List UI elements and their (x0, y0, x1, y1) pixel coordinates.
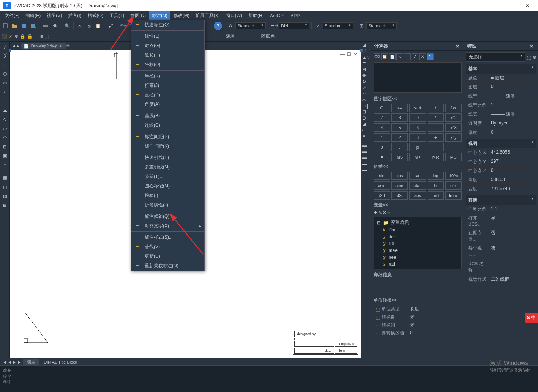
menu-item[interactable]: 帮助(H) (245, 11, 267, 20)
tab-nav-icon[interactable]: ◄► (11, 43, 21, 49)
calc-button[interactable]: <-- (391, 104, 408, 112)
props-section-header[interactable]: 其他 (466, 195, 536, 205)
calc-clear-icon[interactable]: ⌫ (374, 53, 380, 60)
erase-tool-icon[interactable]: ◢ (362, 43, 370, 48)
cut-icon[interactable]: ✂ (76, 22, 84, 30)
quickselect-icon[interactable]: ⬚ (527, 55, 531, 60)
calc-button[interactable]: + (428, 133, 444, 142)
calc-button[interactable]: 6 (409, 123, 426, 132)
break-tool-icon[interactable]: ⊟ (362, 109, 370, 115)
calc-button[interactable]: x^y (445, 133, 462, 142)
viewport-min-icon[interactable]: — (340, 52, 345, 57)
mirror-tool-icon[interactable]: ▲▽ (362, 55, 370, 60)
layer-props-icon[interactable]: ≡ (40, 34, 43, 39)
layer3-icon[interactable]: ▬ (362, 155, 370, 160)
calc-sci-button[interactable]: trunc (445, 191, 462, 200)
props-row[interactable]: 颜色■ 随层 (466, 74, 536, 83)
variable-item[interactable]: kPhi (375, 227, 460, 233)
panel-close-icon[interactable]: ✕ (454, 44, 461, 49)
print-icon[interactable] (41, 22, 50, 30)
save-icon[interactable] (20, 22, 28, 30)
layer-unlock-icon[interactable]: 🔓 (27, 34, 33, 39)
rotate-tool-icon[interactable]: ↻ (362, 79, 370, 84)
new-file-icon[interactable] (2, 22, 10, 30)
menu-item[interactable]: 文件(F) (2, 11, 22, 20)
variable-item[interactable]: χmee (375, 247, 460, 254)
insert-tool-icon[interactable]: ⊞ (1, 143, 9, 151)
circle-tool-icon[interactable]: ○ (1, 97, 9, 105)
layer-freeze-icon[interactable]: ❄ (14, 34, 18, 39)
dropdown-menu-item[interactable]: ⊢重新关联标注(N) (131, 261, 204, 271)
tablestyle-icon[interactable]: ⊞ (357, 22, 366, 30)
dropdown-menu-item[interactable]: ⊢标注间距(P) (131, 132, 204, 142)
dropdown-menu-item[interactable]: ⊢更新(U) (131, 252, 204, 261)
dropdown-menu-item[interactable]: ⊢公差(T)... (131, 172, 204, 181)
undo-icon[interactable]: ↶▾ (119, 22, 127, 30)
calc-button[interactable]: x^2 (445, 113, 462, 122)
dimstyle-icon[interactable]: ⊢⊣ (270, 22, 278, 30)
calc-button[interactable]: = (374, 153, 390, 161)
var-edit-icon[interactable]: ✎ (378, 210, 382, 215)
plotcolor-combo[interactable]: 随颜色 (261, 33, 284, 39)
dropdown-menu-item[interactable]: ⊢快速标注(Q) (131, 20, 204, 30)
calc-sci-button[interactable]: r2d (374, 191, 390, 200)
lineweight-combo[interactable]: 随层 (226, 33, 260, 39)
ellipse-tool-icon[interactable]: ⬭ (1, 124, 9, 133)
variable-tree[interactable]: ⊟📁变量样例 kPhiχdeeχilleχmeeχneeχrad (374, 217, 462, 269)
dropdown-menu-item[interactable]: ⊢多重引线(M) (131, 162, 204, 172)
props-row[interactable]: 每个视口...否 (466, 244, 536, 260)
menu-item[interactable]: 扩展工具(X) (192, 11, 223, 20)
saveas-icon[interactable] (29, 22, 37, 30)
dropdown-menu-item[interactable]: ⊢圆心标记(M) (131, 181, 204, 191)
calc-sci-button[interactable]: atan (409, 181, 426, 190)
xline-tool-icon[interactable]: ╳ (1, 52, 9, 60)
find-icon[interactable]: 🔍 (63, 22, 71, 30)
calc-sci-button[interactable]: d2r (391, 191, 408, 200)
calc-sci-button[interactable]: abs (409, 191, 426, 200)
dropdown-menu-item[interactable]: ⊢角度(A) (131, 100, 204, 109)
dropdown-menu-item[interactable]: ⊢折弯线性(J) (131, 200, 204, 210)
calc-getdist-icon[interactable]: ↔ (404, 53, 411, 60)
layer-states-icon[interactable]: ⬚ (44, 34, 49, 39)
calc-sci-button[interactable]: sin (374, 172, 390, 180)
dropdown-menu-item[interactable]: ⊢坐标(O) (131, 60, 204, 69)
tab-add-icon[interactable]: ✚ (66, 43, 70, 49)
dropdown-menu-item[interactable]: ⊢对齐(G) (131, 41, 204, 50)
ellipsearc-tool-icon[interactable]: ◠ (1, 134, 9, 142)
dropdown-menu-item[interactable]: ⊢半径(R) (131, 71, 204, 81)
offset-tool-icon[interactable]: ⊏ (362, 61, 370, 66)
textstyle-icon[interactable]: A (226, 22, 235, 30)
tab-close-icon[interactable]: ✕ (60, 44, 63, 49)
hatch-tool-icon[interactable]: ▦ (1, 174, 9, 182)
polyline-tool-icon[interactable]: ⌐ (1, 61, 9, 69)
unit-row[interactable]: ⬚转换自米 (374, 313, 462, 321)
dropdown-menu-item[interactable]: ⊢直径(D) (131, 90, 204, 100)
props-row[interactable]: 视觉样式二维线框 (466, 275, 536, 284)
detail-header[interactable]: 详细信息 (374, 272, 462, 278)
calc-display[interactable] (374, 62, 462, 93)
calc-sci-button[interactable]: asin (374, 181, 390, 190)
layer5-icon[interactable]: ▬ (362, 167, 370, 172)
menu-item[interactable]: 标注(N) (149, 11, 170, 20)
props-row[interactable]: 厚度0 (466, 128, 536, 137)
calc-intersect-icon[interactable]: ✕ (419, 53, 426, 60)
var-delete-icon[interactable]: ✕ (383, 210, 387, 215)
calc-button[interactable]: MS (391, 153, 408, 161)
tab-nav-last-icon[interactable]: ►| (17, 360, 23, 364)
calc-sci-button[interactable]: cos (391, 172, 408, 180)
calc-getangle-icon[interactable]: ∠ (412, 53, 418, 60)
menu-item[interactable]: 窗口(W) (223, 11, 245, 20)
calc-sci-button[interactable]: rnd (428, 191, 444, 200)
props-row[interactable]: 图层0 (466, 83, 536, 92)
menu-item[interactable]: 插入(I) (65, 11, 84, 20)
tab-nav-first-icon[interactable]: |◄ (2, 360, 7, 364)
panel-close-icon[interactable]: ✕ (528, 44, 535, 49)
sci-header[interactable]: 科学<< (374, 164, 462, 170)
calc-sci-button[interactable]: acos (391, 181, 408, 190)
props-row[interactable]: 中心点 Z0 (466, 167, 536, 176)
scale-tool-icon[interactable]: ⤢ (362, 85, 370, 90)
calc-button[interactable]: - (428, 123, 444, 132)
variable-item[interactable]: χdee (375, 233, 460, 240)
region-tool-icon[interactable]: ▨ (1, 192, 9, 200)
calc-button[interactable]: M+ (409, 153, 426, 161)
